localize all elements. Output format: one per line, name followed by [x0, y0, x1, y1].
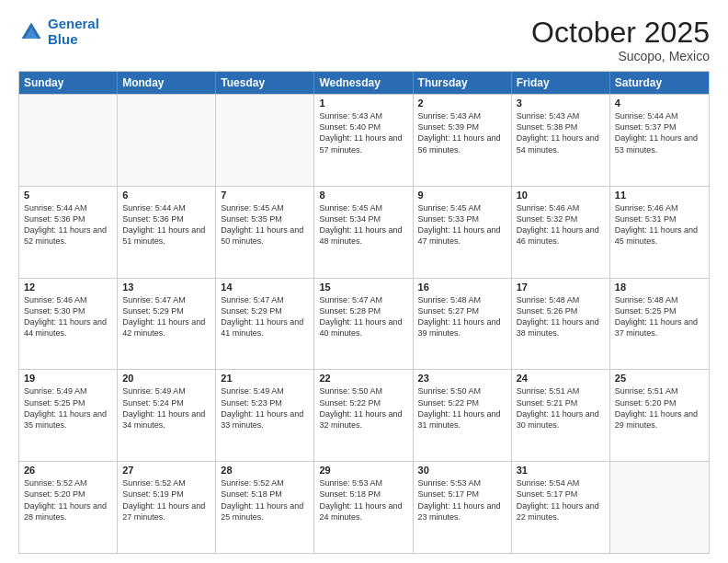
- day-cell-2: 2Sunrise: 5:43 AM Sunset: 5:39 PM Daylig…: [414, 95, 512, 186]
- cell-info: Sunrise: 5:51 AM Sunset: 5:21 PM Dayligh…: [517, 385, 605, 431]
- empty-cell: [118, 95, 216, 186]
- day-cell-11: 11Sunrise: 5:46 AM Sunset: 5:31 PM Dayli…: [610, 187, 709, 278]
- day-cell-14: 14Sunrise: 5:47 AM Sunset: 5:29 PM Dayli…: [216, 279, 314, 370]
- calendar: SundayMondayTuesdayWednesdayThursdayFrid…: [18, 71, 710, 554]
- calendar-body: 1Sunrise: 5:43 AM Sunset: 5:40 PM Daylig…: [19, 94, 709, 553]
- day-cell-5: 5Sunrise: 5:44 AM Sunset: 5:36 PM Daylig…: [19, 187, 118, 278]
- day-cell-21: 21Sunrise: 5:49 AM Sunset: 5:23 PM Dayli…: [216, 370, 314, 461]
- cell-info: Sunrise: 5:47 AM Sunset: 5:29 PM Dayligh…: [221, 294, 309, 339]
- cell-info: Sunrise: 5:49 AM Sunset: 5:25 PM Dayligh…: [24, 385, 112, 431]
- location: Sucopo, Mexico: [531, 49, 710, 63]
- header-cell-tuesday: Tuesday: [216, 72, 314, 94]
- day-cell-28: 28Sunrise: 5:52 AM Sunset: 5:18 PM Dayli…: [216, 462, 314, 553]
- day-number: 27: [122, 465, 210, 476]
- cell-info: Sunrise: 5:49 AM Sunset: 5:24 PM Dayligh…: [122, 385, 210, 431]
- day-cell-7: 7Sunrise: 5:45 AM Sunset: 5:35 PM Daylig…: [216, 187, 314, 278]
- day-cell-16: 16Sunrise: 5:48 AM Sunset: 5:27 PM Dayli…: [414, 279, 512, 370]
- cell-info: Sunrise: 5:44 AM Sunset: 5:36 PM Dayligh…: [122, 202, 210, 247]
- day-number: 31: [517, 465, 605, 476]
- calendar-row-1: 5Sunrise: 5:44 AM Sunset: 5:36 PM Daylig…: [19, 186, 709, 278]
- cell-info: Sunrise: 5:50 AM Sunset: 5:22 PM Dayligh…: [319, 385, 407, 431]
- day-number: 14: [221, 282, 309, 293]
- logo: General Blue: [18, 17, 99, 47]
- cell-info: Sunrise: 5:45 AM Sunset: 5:34 PM Dayligh…: [319, 202, 407, 247]
- day-cell-3: 3Sunrise: 5:43 AM Sunset: 5:38 PM Daylig…: [512, 95, 610, 186]
- day-number: 2: [418, 98, 506, 109]
- empty-cell: [216, 95, 314, 186]
- day-number: 11: [615, 190, 704, 201]
- cell-info: Sunrise: 5:44 AM Sunset: 5:37 PM Dayligh…: [615, 110, 704, 155]
- header-cell-sunday: Sunday: [19, 72, 118, 94]
- cell-info: Sunrise: 5:44 AM Sunset: 5:36 PM Dayligh…: [24, 202, 112, 247]
- day-cell-12: 12Sunrise: 5:46 AM Sunset: 5:30 PM Dayli…: [19, 279, 118, 370]
- calendar-row-2: 12Sunrise: 5:46 AM Sunset: 5:30 PM Dayli…: [19, 278, 709, 370]
- cell-info: Sunrise: 5:47 AM Sunset: 5:28 PM Dayligh…: [319, 294, 407, 339]
- logo-line2: Blue: [48, 31, 78, 47]
- day-number: 28: [221, 465, 309, 476]
- cell-info: Sunrise: 5:53 AM Sunset: 5:17 PM Dayligh…: [418, 477, 506, 523]
- day-cell-4: 4Sunrise: 5:44 AM Sunset: 5:37 PM Daylig…: [610, 95, 709, 186]
- day-number: 12: [24, 282, 112, 293]
- logo-text: General Blue: [48, 17, 99, 47]
- cell-info: Sunrise: 5:48 AM Sunset: 5:25 PM Dayligh…: [615, 294, 704, 339]
- day-number: 13: [122, 282, 210, 293]
- cell-info: Sunrise: 5:45 AM Sunset: 5:35 PM Dayligh…: [221, 202, 309, 247]
- header: General Blue October 2025 Sucopo, Mexico: [18, 17, 710, 63]
- title-block: October 2025 Sucopo, Mexico: [531, 17, 710, 63]
- cell-info: Sunrise: 5:54 AM Sunset: 5:17 PM Dayligh…: [517, 477, 605, 523]
- cell-info: Sunrise: 5:46 AM Sunset: 5:30 PM Dayligh…: [24, 294, 112, 339]
- day-number: 26: [24, 465, 112, 476]
- day-number: 24: [517, 373, 605, 384]
- day-cell-22: 22Sunrise: 5:50 AM Sunset: 5:22 PM Dayli…: [314, 370, 413, 461]
- cell-info: Sunrise: 5:43 AM Sunset: 5:38 PM Dayligh…: [517, 110, 605, 155]
- day-cell-17: 17Sunrise: 5:48 AM Sunset: 5:26 PM Dayli…: [512, 279, 610, 370]
- day-number: 23: [418, 373, 506, 384]
- day-cell-29: 29Sunrise: 5:53 AM Sunset: 5:18 PM Dayli…: [314, 462, 413, 553]
- day-number: 20: [122, 373, 210, 384]
- day-cell-27: 27Sunrise: 5:52 AM Sunset: 5:19 PM Dayli…: [118, 462, 216, 553]
- day-cell-1: 1Sunrise: 5:43 AM Sunset: 5:40 PM Daylig…: [314, 95, 413, 186]
- day-number: 5: [24, 190, 112, 201]
- empty-cell: [19, 95, 118, 186]
- cell-info: Sunrise: 5:48 AM Sunset: 5:26 PM Dayligh…: [517, 294, 605, 339]
- cell-info: Sunrise: 5:50 AM Sunset: 5:22 PM Dayligh…: [418, 385, 506, 431]
- day-number: 17: [517, 282, 605, 293]
- day-cell-19: 19Sunrise: 5:49 AM Sunset: 5:25 PM Dayli…: [19, 370, 118, 461]
- logo-line1: General: [48, 16, 99, 31]
- logo-icon: [18, 19, 44, 45]
- day-number: 19: [24, 373, 112, 384]
- header-cell-thursday: Thursday: [414, 72, 512, 94]
- day-cell-24: 24Sunrise: 5:51 AM Sunset: 5:21 PM Dayli…: [512, 370, 610, 461]
- cell-info: Sunrise: 5:48 AM Sunset: 5:27 PM Dayligh…: [418, 294, 506, 339]
- day-cell-6: 6Sunrise: 5:44 AM Sunset: 5:36 PM Daylig…: [118, 187, 216, 278]
- cell-info: Sunrise: 5:49 AM Sunset: 5:23 PM Dayligh…: [221, 385, 309, 431]
- cell-info: Sunrise: 5:52 AM Sunset: 5:19 PM Dayligh…: [122, 477, 210, 523]
- calendar-row-0: 1Sunrise: 5:43 AM Sunset: 5:40 PM Daylig…: [19, 94, 709, 186]
- day-cell-25: 25Sunrise: 5:51 AM Sunset: 5:20 PM Dayli…: [610, 370, 709, 461]
- header-cell-wednesday: Wednesday: [314, 72, 413, 94]
- day-cell-20: 20Sunrise: 5:49 AM Sunset: 5:24 PM Dayli…: [118, 370, 216, 461]
- calendar-row-4: 26Sunrise: 5:52 AM Sunset: 5:20 PM Dayli…: [19, 461, 709, 553]
- cell-info: Sunrise: 5:53 AM Sunset: 5:18 PM Dayligh…: [319, 477, 407, 523]
- calendar-row-3: 19Sunrise: 5:49 AM Sunset: 5:25 PM Dayli…: [19, 369, 709, 461]
- cell-info: Sunrise: 5:47 AM Sunset: 5:29 PM Dayligh…: [122, 294, 210, 339]
- day-number: 6: [122, 190, 210, 201]
- day-number: 1: [319, 98, 407, 109]
- cell-info: Sunrise: 5:45 AM Sunset: 5:33 PM Dayligh…: [418, 202, 506, 247]
- page: General Blue October 2025 Sucopo, Mexico…: [0, 0, 728, 563]
- cell-info: Sunrise: 5:43 AM Sunset: 5:40 PM Dayligh…: [319, 110, 407, 155]
- month-title: October 2025: [531, 17, 710, 49]
- header-cell-friday: Friday: [512, 72, 610, 94]
- day-number: 30: [418, 465, 506, 476]
- day-number: 25: [615, 373, 704, 384]
- day-cell-10: 10Sunrise: 5:46 AM Sunset: 5:32 PM Dayli…: [512, 187, 610, 278]
- day-cell-23: 23Sunrise: 5:50 AM Sunset: 5:22 PM Dayli…: [414, 370, 512, 461]
- empty-cell: [610, 462, 709, 553]
- day-number: 29: [319, 465, 407, 476]
- day-cell-18: 18Sunrise: 5:48 AM Sunset: 5:25 PM Dayli…: [610, 279, 709, 370]
- day-cell-9: 9Sunrise: 5:45 AM Sunset: 5:33 PM Daylig…: [414, 187, 512, 278]
- header-cell-monday: Monday: [118, 72, 216, 94]
- day-number: 21: [221, 373, 309, 384]
- day-number: 15: [319, 282, 407, 293]
- day-cell-15: 15Sunrise: 5:47 AM Sunset: 5:28 PM Dayli…: [314, 279, 413, 370]
